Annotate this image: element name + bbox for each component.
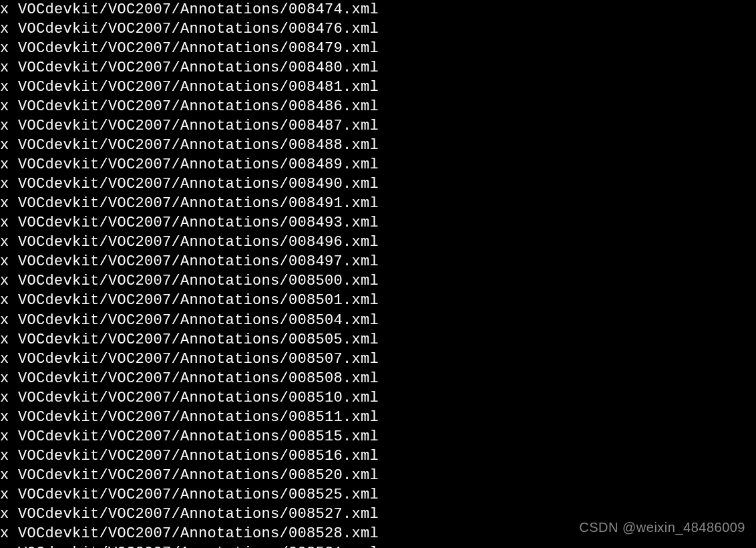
terminal-line: x VOCdevkit/VOC2007/Annotations/008511.x… xyxy=(0,408,756,427)
extract-prefix: x xyxy=(0,213,18,233)
terminal-line: x VOCdevkit/VOC2007/Annotations/008493.x… xyxy=(0,213,756,233)
extract-prefix: x xyxy=(0,350,18,369)
terminal-line: x VOCdevkit/VOC2007/Annotations/008516.x… xyxy=(0,446,756,466)
watermark-text: CSDN @weixin_48486009 xyxy=(579,519,745,536)
file-path: VOCdevkit/VOC2007/Annotations/008515.xml xyxy=(18,427,379,446)
file-path: VOCdevkit/VOC2007/Annotations/008508.xml xyxy=(18,369,379,388)
file-path: VOCdevkit/VOC2007/Annotations/008489.xml xyxy=(18,155,379,174)
terminal-line: x VOCdevkit/VOC2007/Annotations/008507.x… xyxy=(0,350,756,369)
extract-prefix: x xyxy=(0,330,18,350)
file-path: VOCdevkit/VOC2007/Annotations/008516.xml xyxy=(18,446,379,466)
extract-prefix: x xyxy=(0,543,18,548)
terminal-line: x VOCdevkit/VOC2007/Annotations/008480.x… xyxy=(0,58,756,78)
extract-prefix: x xyxy=(0,97,18,116)
extract-prefix: x xyxy=(0,0,18,19)
extract-prefix: x xyxy=(0,369,18,388)
terminal-line: x VOCdevkit/VOC2007/Annotations/008474.x… xyxy=(0,0,756,19)
terminal-line: x VOCdevkit/VOC2007/Annotations/008481.x… xyxy=(0,78,756,97)
file-path: VOCdevkit/VOC2007/Annotations/008491.xml xyxy=(18,194,379,213)
terminal-line: x VOCdevkit/VOC2007/Annotations/008476.x… xyxy=(0,19,756,39)
file-path: VOCdevkit/VOC2007/Annotations/008504.xml xyxy=(18,311,379,330)
terminal-line: x VOCdevkit/VOC2007/Annotations/008531.x… xyxy=(0,543,756,548)
file-path: VOCdevkit/VOC2007/Annotations/008488.xml xyxy=(18,136,379,155)
file-path: VOCdevkit/VOC2007/Annotations/008493.xml xyxy=(18,213,379,233)
terminal-line: x VOCdevkit/VOC2007/Annotations/008491.x… xyxy=(0,194,756,213)
terminal-line: x VOCdevkit/VOC2007/Annotations/008505.x… xyxy=(0,330,756,350)
extract-prefix: x xyxy=(0,116,18,136)
extract-prefix: x xyxy=(0,388,18,408)
file-path: VOCdevkit/VOC2007/Annotations/008481.xml xyxy=(18,78,379,97)
extract-prefix: x xyxy=(0,291,18,310)
file-path: VOCdevkit/VOC2007/Annotations/008501.xml xyxy=(18,291,379,310)
terminal-line: x VOCdevkit/VOC2007/Annotations/008486.x… xyxy=(0,97,756,116)
extract-prefix: x xyxy=(0,311,18,330)
terminal-line: x VOCdevkit/VOC2007/Annotations/008487.x… xyxy=(0,116,756,136)
file-path: VOCdevkit/VOC2007/Annotations/008476.xml xyxy=(18,19,379,39)
extract-prefix: x xyxy=(0,78,18,97)
extract-prefix: x xyxy=(0,136,18,155)
file-path: VOCdevkit/VOC2007/Annotations/008528.xml xyxy=(18,524,379,543)
terminal-line: x VOCdevkit/VOC2007/Annotations/008501.x… xyxy=(0,291,756,310)
extract-prefix: x xyxy=(0,524,18,543)
file-path: VOCdevkit/VOC2007/Annotations/008487.xml xyxy=(18,116,379,136)
terminal-line: x VOCdevkit/VOC2007/Annotations/008525.x… xyxy=(0,485,756,505)
file-path: VOCdevkit/VOC2007/Annotations/008490.xml xyxy=(18,174,379,194)
extract-prefix: x xyxy=(0,19,18,39)
extract-prefix: x xyxy=(0,427,18,446)
file-path: VOCdevkit/VOC2007/Annotations/008511.xml xyxy=(18,408,379,427)
extract-prefix: x xyxy=(0,408,18,427)
file-path: VOCdevkit/VOC2007/Annotations/008474.xml xyxy=(18,0,379,19)
terminal-line: x VOCdevkit/VOC2007/Annotations/008500.x… xyxy=(0,271,756,291)
file-path: VOCdevkit/VOC2007/Annotations/008520.xml xyxy=(18,466,379,485)
extract-prefix: x xyxy=(0,485,18,505)
file-path: VOCdevkit/VOC2007/Annotations/008527.xml xyxy=(18,505,379,524)
terminal-line: x VOCdevkit/VOC2007/Annotations/008508.x… xyxy=(0,369,756,388)
file-path: VOCdevkit/VOC2007/Annotations/008531.xml xyxy=(18,543,379,548)
extract-prefix: x xyxy=(0,271,18,291)
terminal-line: x VOCdevkit/VOC2007/Annotations/008490.x… xyxy=(0,174,756,194)
terminal-line: x VOCdevkit/VOC2007/Annotations/008520.x… xyxy=(0,466,756,485)
file-path: VOCdevkit/VOC2007/Annotations/008496.xml xyxy=(18,233,379,252)
extract-prefix: x xyxy=(0,194,18,213)
file-path: VOCdevkit/VOC2007/Annotations/008507.xml xyxy=(18,350,379,369)
extract-prefix: x xyxy=(0,252,18,271)
terminal-line: x VOCdevkit/VOC2007/Annotations/008488.x… xyxy=(0,136,756,155)
terminal-line: x VOCdevkit/VOC2007/Annotations/008510.x… xyxy=(0,388,756,408)
terminal-line: x VOCdevkit/VOC2007/Annotations/008489.x… xyxy=(0,155,756,174)
extract-prefix: x xyxy=(0,155,18,174)
extract-prefix: x xyxy=(0,58,18,78)
file-path: VOCdevkit/VOC2007/Annotations/008510.xml xyxy=(18,388,379,408)
extract-prefix: x xyxy=(0,39,18,58)
extract-prefix: x xyxy=(0,446,18,466)
terminal-line: x VOCdevkit/VOC2007/Annotations/008479.x… xyxy=(0,39,756,58)
file-path: VOCdevkit/VOC2007/Annotations/008480.xml xyxy=(18,58,379,78)
terminal-line: x VOCdevkit/VOC2007/Annotations/008504.x… xyxy=(0,311,756,330)
file-path: VOCdevkit/VOC2007/Annotations/008500.xml xyxy=(18,271,379,291)
file-path: VOCdevkit/VOC2007/Annotations/008479.xml xyxy=(18,39,379,58)
terminal-line: x VOCdevkit/VOC2007/Annotations/008496.x… xyxy=(0,233,756,252)
file-path: VOCdevkit/VOC2007/Annotations/008525.xml xyxy=(18,485,379,505)
extract-prefix: x xyxy=(0,233,18,252)
file-path: VOCdevkit/VOC2007/Annotations/008486.xml xyxy=(18,97,379,116)
file-path: VOCdevkit/VOC2007/Annotations/008497.xml xyxy=(18,252,379,271)
extract-prefix: x xyxy=(0,466,18,485)
file-path: VOCdevkit/VOC2007/Annotations/008505.xml xyxy=(18,330,379,350)
terminal-output: x VOCdevkit/VOC2007/Annotations/008474.x… xyxy=(0,0,756,548)
extract-prefix: x xyxy=(0,505,18,524)
terminal-line: x VOCdevkit/VOC2007/Annotations/008497.x… xyxy=(0,252,756,271)
terminal-line: x VOCdevkit/VOC2007/Annotations/008515.x… xyxy=(0,427,756,446)
extract-prefix: x xyxy=(0,174,18,194)
